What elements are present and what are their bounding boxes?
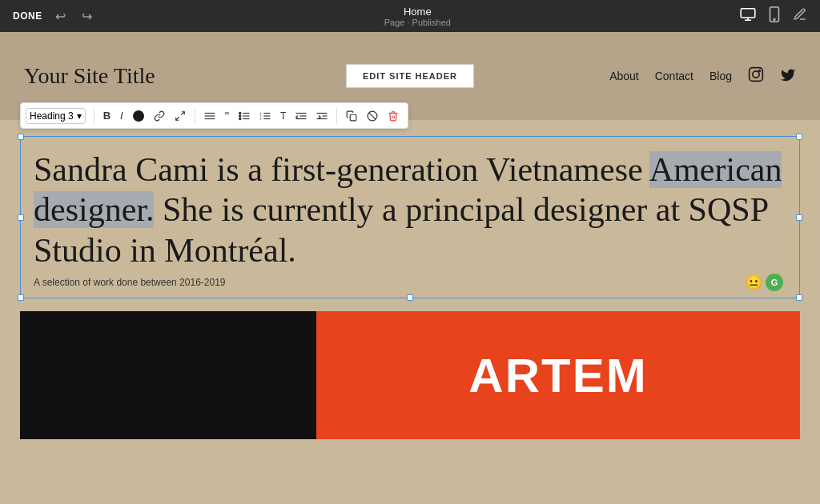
nav-blog[interactable]: Blog xyxy=(709,70,732,82)
chevron-down-icon: ▾ xyxy=(77,110,82,122)
indent-right-button[interactable] xyxy=(312,109,332,123)
svg-line-6 xyxy=(181,111,184,114)
heading-part1: Sandra Cami is a first-generation Vietna… xyxy=(34,151,649,188)
instagram-icon[interactable] xyxy=(748,66,764,86)
align-button[interactable] xyxy=(200,109,219,123)
separator2 xyxy=(195,108,195,124)
outdent-button[interactable] xyxy=(291,109,311,123)
heading-select-label: Heading 3 xyxy=(30,110,74,122)
page-status: Page · Published xyxy=(384,18,451,27)
bullet-list-button[interactable] xyxy=(235,109,254,123)
collaborator-avatars: 😐 G xyxy=(745,274,783,291)
expand-button[interactable] xyxy=(171,108,190,124)
separator xyxy=(94,108,94,124)
svg-text:3: 3 xyxy=(260,117,262,120)
main-content: Heading 3 ▾ B I " 123 T xyxy=(0,120,820,455)
svg-point-4 xyxy=(753,70,759,77)
main-heading: Sandra Cami is a first-generation Vietna… xyxy=(34,150,786,270)
number-list-button[interactable]: 123 xyxy=(255,109,275,123)
italic-button[interactable]: I xyxy=(116,107,127,124)
link-button[interactable] xyxy=(150,108,169,124)
svg-line-31 xyxy=(369,112,376,118)
desktop-view-button[interactable] xyxy=(740,8,756,24)
portfolio-title: ARTEM xyxy=(468,348,647,403)
resize-handle-bl[interactable] xyxy=(18,294,24,301)
undo-button[interactable]: ↩ xyxy=(52,7,69,26)
heading-select[interactable]: Heading 3 ▾ xyxy=(26,108,86,124)
portfolio-section: ARTEM xyxy=(20,311,800,439)
text-color-button[interactable] xyxy=(129,108,148,124)
separator3 xyxy=(336,108,337,124)
svg-rect-3 xyxy=(750,67,763,81)
clear-button[interactable] xyxy=(363,108,382,124)
svg-point-14 xyxy=(239,112,241,114)
done-button[interactable]: DONE xyxy=(13,10,42,22)
indent-button[interactable]: T xyxy=(276,108,290,124)
resize-handle-tr[interactable] xyxy=(796,134,802,140)
edit-mode-button[interactable] xyxy=(793,7,807,25)
resize-handle-br[interactable] xyxy=(796,294,802,301)
svg-point-5 xyxy=(759,70,761,71)
svg-point-16 xyxy=(239,118,241,119)
resize-handle-bottom[interactable] xyxy=(407,294,413,301)
twitter-icon[interactable] xyxy=(780,67,796,86)
bold-button[interactable]: B xyxy=(99,107,115,124)
topbar-left: DONE ↩ ↪ xyxy=(13,7,95,26)
text-block[interactable]: Sandra Cami is a first-generation Vietna… xyxy=(20,136,800,298)
text-toolbar: Heading 3 ▾ B I " 123 T xyxy=(20,102,408,129)
svg-point-15 xyxy=(239,114,241,116)
delete-button[interactable] xyxy=(384,108,403,124)
page-title: Home xyxy=(384,6,451,18)
resize-handle-mr[interactable] xyxy=(796,214,802,221)
topbar-right xyxy=(740,6,807,26)
collaborator-emoji-icon: 😐 xyxy=(745,274,762,291)
resize-handle-ml[interactable] xyxy=(18,214,24,221)
svg-rect-0 xyxy=(741,9,755,18)
site-title: Your Site Title xyxy=(24,63,155,89)
quote-button[interactable]: " xyxy=(221,106,233,125)
topbar-center: Home Page · Published xyxy=(384,6,451,27)
topbar: DONE ↩ ↪ Home Page · Published xyxy=(0,0,820,32)
svg-point-2 xyxy=(774,18,775,20)
svg-line-7 xyxy=(175,117,179,120)
portfolio-image-left xyxy=(20,311,316,439)
duplicate-button[interactable] xyxy=(342,108,361,124)
redo-button[interactable]: ↪ xyxy=(78,7,95,26)
portfolio-image-right: ARTEM xyxy=(316,311,800,439)
nav-about[interactable]: About xyxy=(609,70,639,82)
svg-rect-29 xyxy=(351,114,357,121)
subtext: A selection of work done between 2016-20… xyxy=(34,277,786,288)
site-nav: About Contact Blog xyxy=(609,66,796,86)
nav-contact[interactable]: Contact xyxy=(655,70,693,82)
mobile-view-button[interactable] xyxy=(769,6,780,26)
resize-handle-tl[interactable] xyxy=(18,134,24,140)
edit-site-header-button[interactable]: EDIT SITE HEADER xyxy=(346,64,474,88)
collaborator-g-avatar: G xyxy=(766,274,783,291)
